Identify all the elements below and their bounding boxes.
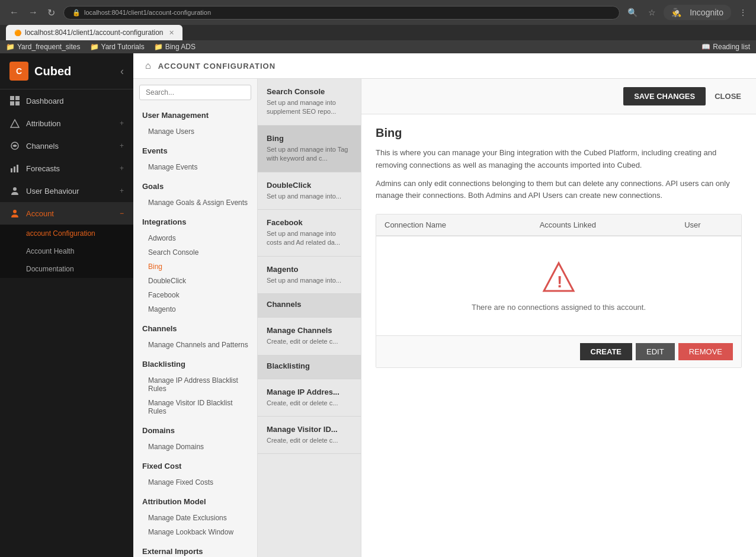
tree-section-header-events[interactable]: Events <box>133 142 257 160</box>
tree-item-bing[interactable]: Bing <box>133 260 257 274</box>
user-behaviour-icon <box>9 185 20 196</box>
sidebar-item-channels[interactable]: Channels + <box>0 135 133 157</box>
card-facebook-desc: Set up and manage into costs and Ad rela… <box>267 229 352 248</box>
detail-panel: SAVE CHANGES CLOSE Bing This is where yo… <box>361 79 756 557</box>
tree-item-doubleclick[interactable]: DoubleClick <box>133 274 257 288</box>
card-manage-visitor-title: Manage Visitor ID... <box>267 425 352 434</box>
menu-icon[interactable]: ⋮ <box>736 7 750 18</box>
card-search-console-desc: Set up and manage into supplement SEO re… <box>267 98 352 117</box>
forward-button[interactable]: → <box>25 6 41 20</box>
sidebar-item-forecasts[interactable]: Forecasts + <box>0 157 133 180</box>
tree-section-header-attribution-model[interactable]: Attribution Model <box>133 492 257 511</box>
tree-item-facebook[interactable]: Facebook <box>133 288 257 302</box>
tree-section-channels: Channels Manage Channels and Patterns <box>133 319 257 352</box>
card-channels-header-title: Channels <box>267 300 352 309</box>
sidebar-item-user-behaviour[interactable]: User Behaviour + <box>0 180 133 202</box>
tree-item-lookback-window[interactable]: Manage Lookback Window <box>133 525 257 539</box>
address-bar[interactable]: 🔒 localhost:8041/client1/account-configu… <box>63 6 620 20</box>
svg-rect-3 <box>15 101 20 105</box>
star-icon[interactable]: ☆ <box>645 7 659 18</box>
tree-section-header-external-imports[interactable]: External Imports <box>133 542 257 557</box>
detail-description-1: This is where you can manage your Bing i… <box>376 147 742 172</box>
home-icon[interactable]: ⌂ <box>145 60 151 71</box>
sidebar-item-user-behaviour-label: User Behaviour <box>26 187 114 196</box>
sidebar-item-dashboard[interactable]: Dashboard <box>0 89 133 112</box>
forecasts-expand-icon: + <box>120 164 124 172</box>
tree-section-header-goals[interactable]: Goals <box>133 177 257 196</box>
logo-icon: C <box>9 62 28 81</box>
reading-list-button[interactable]: 📖 Reading list <box>701 43 750 51</box>
bookmark-yard-tutorials[interactable]: Yard Tutorials <box>90 43 145 51</box>
card-manage-visitor[interactable]: Manage Visitor ID... Create, edit or del… <box>258 417 361 454</box>
create-button[interactable]: CREATE <box>580 343 632 360</box>
card-manage-ip[interactable]: Manage IP Addres... Create, edit or dele… <box>258 379 361 417</box>
url-text[interactable]: localhost:8041/client1/account-configura… <box>84 9 211 16</box>
back-button[interactable]: ← <box>6 6 23 20</box>
search-icon[interactable]: 🔍 <box>624 7 640 18</box>
card-search-console[interactable]: Search Console Set up and manage into su… <box>258 79 361 126</box>
sidebar-item-account[interactable]: Account − <box>0 202 133 225</box>
card-magento[interactable]: Magento Set up and manage into... <box>258 257 361 294</box>
tree-item-magento[interactable]: Magento <box>133 302 257 316</box>
edit-button[interactable]: EDIT <box>636 343 675 360</box>
tree-item-adwords[interactable]: Adwords <box>133 231 257 245</box>
sidebar-toggle-button[interactable]: ‹ <box>120 65 124 78</box>
tree-item-manage-users[interactable]: Manage Users <box>133 124 257 139</box>
tree-section-header-blacklisting[interactable]: Blacklisting <box>133 355 257 373</box>
tree-section-header-channels[interactable]: Channels <box>133 319 257 338</box>
col-accounts-linked: Accounts Linked <box>531 215 676 236</box>
svg-rect-5 <box>11 168 12 172</box>
card-bing[interactable]: Bing Set up and manage into Tag with key… <box>258 126 361 172</box>
active-tab[interactable]: 🟠 localhost:8041/client1/account-configu… <box>6 25 182 40</box>
account-submenu: account Configuration Account Health Doc… <box>0 225 133 278</box>
tab-close-button[interactable]: ✕ <box>169 29 174 37</box>
tab-favicon: 🟠 <box>14 30 21 36</box>
tree-section-header-domains[interactable]: Domains <box>133 421 257 440</box>
tree-item-manage-domains[interactable]: Manage Domains <box>133 440 257 454</box>
save-changes-button[interactable]: SAVE CHANGES <box>623 87 706 105</box>
connections-table: Connection Name Accounts Linked User <box>376 215 741 236</box>
tree-item-manage-events[interactable]: Manage Events <box>133 160 257 174</box>
submenu-documentation[interactable]: Documentation <box>0 260 133 278</box>
submenu-account-configuration[interactable]: account Configuration <box>0 225 133 242</box>
incognito-icon: 🕵 <box>668 7 684 18</box>
detail-description-2: Admins can only edit connections belongi… <box>376 178 742 203</box>
sidebar-item-attribution[interactable]: Attribution + <box>0 112 133 135</box>
tree-item-ip-blacklist[interactable]: Manage IP Address Blacklist Rules <box>133 373 257 396</box>
card-bing-desc: Set up and manage into Tag with keyword … <box>267 145 352 164</box>
tree-item-manage-goals[interactable]: Manage Goals & Assign Events <box>133 196 257 210</box>
tree-section-header-fixed-cost[interactable]: Fixed Cost <box>133 457 257 475</box>
sidebar-item-channels-label: Channels <box>26 142 114 151</box>
svg-rect-0 <box>10 96 14 100</box>
card-blacklisting-header: Blacklisting <box>258 356 361 379</box>
col-user: User <box>676 215 741 236</box>
tree-item-search-console[interactable]: Search Console <box>133 245 257 260</box>
submenu-account-health[interactable]: Account Health <box>0 242 133 260</box>
page-title: ACCOUNT CONFIGURATION <box>158 62 276 71</box>
tree-section-fixed-cost: Fixed Cost Manage Fixed Costs <box>133 457 257 489</box>
tree-item-manage-channels[interactable]: Manage Channels and Patterns <box>133 338 257 352</box>
tree-item-visitor-blacklist[interactable]: Manage Visitor ID Blacklist Rules <box>133 396 257 418</box>
browser-toolbar: ← → ↻ 🔒 localhost:8041/client1/account-c… <box>0 0 756 25</box>
col-connection-name: Connection Name <box>376 215 531 236</box>
account-expand-icon: − <box>120 209 124 217</box>
tree-item-date-exclusions[interactable]: Manage Date Exclusions <box>133 511 257 525</box>
close-button[interactable]: CLOSE <box>712 87 744 105</box>
attribution-expand-icon: + <box>120 119 124 127</box>
svg-rect-7 <box>17 165 18 172</box>
attribution-icon <box>9 118 20 129</box>
tree-item-fixed-costs[interactable]: Manage Fixed Costs <box>133 475 257 489</box>
bookmark-yard-frequent[interactable]: Yard_frequent_sites <box>6 43 81 51</box>
card-manage-visitor-desc: Create, edit or delete c... <box>267 436 352 445</box>
search-input[interactable] <box>139 85 251 100</box>
bookmark-bing-ads[interactable]: Bing ADS <box>154 43 196 51</box>
card-manage-channels-desc: Create, edit or delete c... <box>267 337 352 346</box>
card-manage-channels[interactable]: Manage Channels Create, edit or delete c… <box>258 318 361 355</box>
tree-section-header-integrations[interactable]: Integrations <box>133 213 257 231</box>
remove-button[interactable]: REMOVE <box>678 343 733 360</box>
refresh-button[interactable]: ↻ <box>44 6 59 20</box>
card-facebook[interactable]: Facebook Set up and manage into costs an… <box>258 210 361 257</box>
channels-icon <box>9 140 20 151</box>
tree-section-header-user-management[interactable]: User Management <box>133 106 257 124</box>
card-doubleclick[interactable]: DoubleClick Set up and manage into... <box>258 172 361 210</box>
